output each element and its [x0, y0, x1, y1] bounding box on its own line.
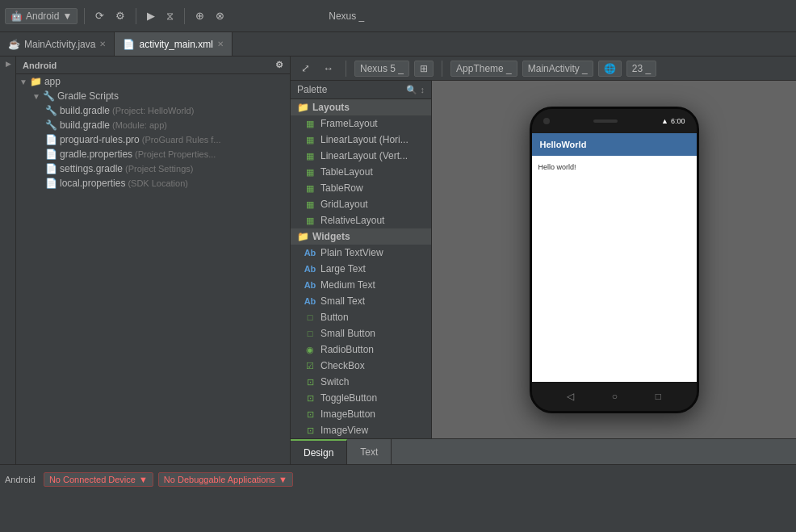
tree-item-build2[interactable]: 🔧 build.gradle (Module: app) [16, 118, 290, 132]
smalltext-icon: Ab [304, 296, 316, 306]
settings-btn[interactable]: ⚙ [111, 7, 129, 24]
local-label: local.properties [60, 178, 125, 189]
switch-icon: ⊡ [304, 377, 316, 387]
palette-item-radiobutton[interactable]: ◉ RadioButton [291, 341, 431, 358]
palette-list: 📁 Layouts ▦ FrameLayout ▦ LinearLayout (… [291, 99, 431, 438]
phone-nav-bar: ◁ ○ □ [532, 382, 697, 411]
plaintextview-icon: Ab [304, 248, 316, 258]
locale-icon: 🌐 [604, 63, 616, 74]
canvas-toolbar: ⤢ ↔ Nexus 5 _ ⊞ AppTheme _ MainActivity … [291, 57, 796, 81]
theme-label: AppTheme _ [456, 63, 512, 74]
status-android-label: Android [5, 475, 36, 484]
palette-item-imagebutton[interactable]: ⊡ ImageButton [291, 406, 431, 422]
palette-item-switch[interactable]: ⊡ Switch [291, 374, 431, 390]
palette-item-smallbutton[interactable]: □ Small Button [291, 325, 431, 341]
build1-detail: (Project: HelloWorld) [112, 106, 194, 115]
locale-dropdown[interactable]: 🌐 [598, 61, 622, 77]
toolbar-btn1[interactable]: ▶ [143, 7, 159, 24]
sidebar-settings-icon[interactable]: ⚙ [275, 60, 283, 70]
relativelayout-icon: ▦ [304, 216, 316, 226]
tree-item-app[interactable]: ▼ 📁 app [16, 74, 290, 89]
gridlayout-label: GridLayout [320, 199, 368, 210]
palette-item-button[interactable]: □ Button [291, 309, 431, 325]
palette-item-mediumtext[interactable]: Ab Medium Text [291, 277, 431, 293]
toolbar-btn3[interactable]: ⊕ [191, 7, 208, 24]
sep3 [184, 8, 185, 24]
palette-section-widgets[interactable]: 📁 Widgets [291, 228, 431, 245]
proguard-detail: (ProGuard Rules f... [142, 135, 221, 145]
resize-btn[interactable]: ↔ [319, 60, 337, 77]
palette-item-plaintextview[interactable]: Ab Plain TextView [291, 245, 431, 261]
palette-sort-icon[interactable]: ↕ [421, 85, 425, 95]
button-icon: □ [304, 312, 316, 322]
palette-item-gridlayout[interactable]: ▦ GridLayout [291, 196, 431, 212]
local-detail: (SDK Location) [128, 178, 188, 188]
settings-icon: 📄 [45, 163, 57, 174]
android-arrow-icon: ▼ [62, 10, 72, 22]
palette-item-imageview[interactable]: ⊡ ImageView [291, 422, 431, 438]
toolbar-btn2[interactable]: ⧖ [162, 7, 178, 25]
theme-dropdown[interactable]: AppTheme _ [450, 61, 517, 77]
palette-item-linearlayout-h[interactable]: ▦ LinearLayout (Hori... [291, 132, 431, 148]
fit-screen-btn[interactable]: ⤢ [297, 60, 314, 77]
design-canvas[interactable]: ▲ 6:00 HelloWorld Hello world! ◁ [432, 81, 796, 438]
orient-dropdown[interactable]: ⊞ [414, 61, 434, 77]
tree-item-local[interactable]: 📄 local.properties (SDK Location) [16, 176, 290, 191]
tab-activity-main-close[interactable]: ✕ [217, 40, 224, 48]
gradle-props-label: gradle.properties [60, 149, 132, 160]
no-debug-dropdown[interactable]: No Debuggable Applications ▼ [158, 472, 293, 487]
hello-world-text: Hello world! [538, 163, 576, 171]
sep1 [84, 8, 85, 24]
palette-item-tablerow[interactable]: ▦ TableRow [291, 180, 431, 196]
tree-item-gradle-scripts[interactable]: ▼ 🔧 Gradle Scripts [16, 89, 290, 103]
status-bar: Android No Connected Device ▼ No Debugga… [0, 464, 796, 493]
xml-icon: 📄 [123, 39, 135, 50]
toolbar-btn4[interactable]: ⊗ [212, 7, 228, 24]
tablelayout-label: TableLayout [320, 166, 373, 178]
arrow-icon: ▼ [19, 77, 27, 86]
palette-item-smalltext[interactable]: Ab Small Text [291, 293, 431, 309]
palette-item-tablelayout[interactable]: ▦ TableLayout [291, 164, 431, 180]
gradle-props-icon: 📄 [45, 149, 57, 160]
android-dropdown[interactable]: 🤖 Android ▼ [5, 8, 78, 24]
build1-label: build.gradle [60, 105, 110, 116]
device-dropdown[interactable]: Nexus 5 _ [354, 61, 409, 77]
linearlayout-v-label: LinearLayout (Vert... [320, 150, 408, 161]
api-label: 23 _ [632, 63, 651, 74]
tab-main-activity[interactable]: ☕ MainActivity.java ✕ [0, 32, 115, 56]
framelayout-label: FrameLayout [320, 118, 378, 129]
tablerow-icon: ▦ [304, 183, 316, 194]
tree-item-build1[interactable]: 🔧 build.gradle (Project: HelloWorld) [16, 103, 290, 118]
activity-dropdown[interactable]: MainActivity _ [522, 61, 593, 77]
local-icon: 📄 [45, 178, 57, 189]
palette-item-framelayout[interactable]: ▦ FrameLayout [291, 115, 431, 132]
tree-item-proguard[interactable]: 📄 proguard-rules.pro (ProGuard Rules f..… [16, 132, 290, 147]
tab-main-activity-close[interactable]: ✕ [99, 40, 106, 48]
activity-label: MainActivity _ [528, 63, 588, 74]
design-tab[interactable]: Design [291, 439, 347, 464]
gradle-props-detail: (Project Properties... [135, 149, 216, 159]
palette-search-icon[interactable]: 🔍 [406, 85, 417, 95]
palette-title: Palette [297, 84, 327, 95]
arrow-icon-gradle: ▼ [32, 92, 40, 101]
palette-item-largetext[interactable]: Ab Large Text [291, 261, 431, 277]
text-tab-label: Text [360, 446, 378, 458]
palette-item-linearlayout-v[interactable]: ▦ LinearLayout (Vert... [291, 148, 431, 164]
no-device-dropdown[interactable]: No Connected Device ▼ [44, 472, 153, 487]
smallbutton-icon: □ [304, 329, 316, 338]
palette-item-relativelayout[interactable]: ▦ RelativeLayout [291, 212, 431, 228]
largetext-label: Large Text [320, 263, 366, 274]
phone-app-bar: HelloWorld [532, 133, 697, 156]
palette-item-togglebutton[interactable]: ⊡ ToggleButton [291, 390, 431, 406]
sync-btn[interactable]: ⟳ [91, 7, 108, 24]
tree-item-gradle-props[interactable]: 📄 gradle.properties (Project Properties.… [16, 147, 290, 161]
framelayout-icon: ▦ [304, 119, 316, 129]
api-dropdown[interactable]: 23 _ [626, 61, 656, 77]
palette-section-layouts[interactable]: 📁 Layouts [291, 99, 431, 115]
palette-item-checkbox[interactable]: ☑ CheckBox [291, 358, 431, 374]
settings-detail: (Project Settings) [125, 164, 193, 174]
tree-item-settings[interactable]: 📄 settings.gradle (Project Settings) [16, 161, 290, 176]
side-icon-1: ▶ [4, 60, 12, 68]
tab-activity-main[interactable]: 📄 activity_main.xml ✕ [115, 32, 232, 56]
text-tab[interactable]: Text [347, 439, 392, 464]
